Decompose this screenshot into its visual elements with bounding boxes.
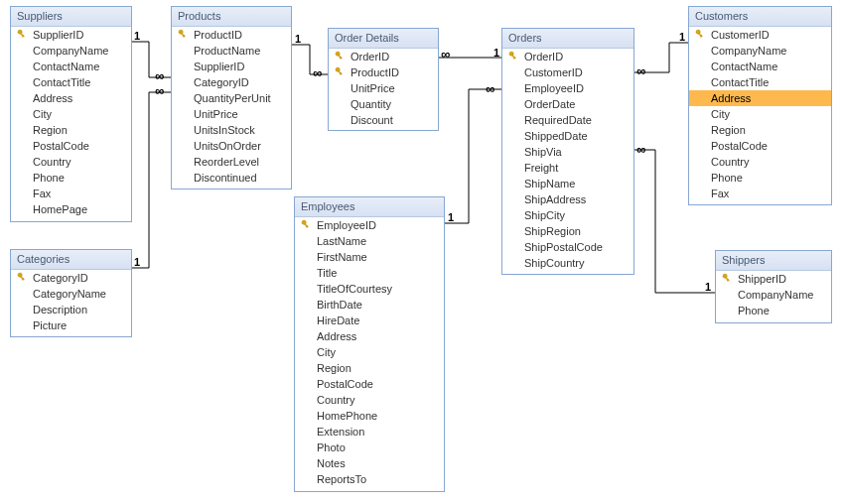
field-employeeid[interactable]: EmployeeID [502,80,633,96]
field-reportsto[interactable]: ReportsTo [295,471,444,487]
entity-shippers[interactable]: ShippersShipperIDCompanyNamePhone [715,250,832,323]
field-shipvia[interactable]: ShipVia [502,144,633,160]
entity-title[interactable]: Shippers [716,251,831,271]
field-categoryid[interactable]: CategoryID [11,270,131,286]
field-hiredate[interactable]: HireDate [295,313,444,328]
field-companyname[interactable]: CompanyName [716,287,831,303]
field-quantity[interactable]: Quantity [329,96,438,112]
field-city[interactable]: City [295,344,444,360]
field-customerid[interactable]: CustomerID [502,64,633,80]
field-title[interactable]: Title [295,265,444,281]
field-orderdate[interactable]: OrderDate [502,96,633,112]
field-supplierid[interactable]: SupplierID [11,27,131,43]
field-label: City [33,108,52,120]
entity-title[interactable]: Suppliers [11,7,131,27]
entity-categories[interactable]: CategoriesCategoryIDCategoryNameDescript… [10,249,132,337]
field-photo[interactable]: Photo [295,440,444,455]
field-country[interactable]: Country [11,154,131,170]
field-extension[interactable]: Extension [295,424,444,440]
field-reorderlevel[interactable]: ReorderLevel [172,154,291,170]
field-postalcode[interactable]: PostalCode [295,376,444,392]
entity-title[interactable]: Orders [502,29,633,49]
field-orderid[interactable]: OrderID [329,49,438,64]
field-fax[interactable]: Fax [689,186,831,201]
field-postalcode[interactable]: PostalCode [689,138,831,154]
field-region[interactable]: Region [295,360,444,376]
entity-title[interactable]: Categories [11,250,131,270]
field-contactname[interactable]: ContactName [689,59,831,74]
field-address[interactable]: Address [295,328,444,344]
field-employeeid[interactable]: EmployeeID [295,217,444,233]
field-shipcity[interactable]: ShipCity [502,207,633,223]
field-requireddate[interactable]: RequiredDate [502,112,633,128]
field-country[interactable]: Country [295,392,444,408]
field-country[interactable]: Country [689,154,831,170]
field-unitsinstock[interactable]: UnitsInStock [172,122,291,138]
entity-suppliers[interactable]: SuppliersSupplierIDCompanyNameContactNam… [10,6,132,222]
entity-title[interactable]: Employees [295,197,444,217]
entity-title[interactable]: Products [172,7,291,27]
field-notes[interactable]: Notes [295,455,444,471]
field-firstname[interactable]: FirstName [295,249,444,265]
field-city[interactable]: City [689,106,831,122]
field-supplierid[interactable]: SupplierID [172,59,291,74]
field-shippeddate[interactable]: ShippedDate [502,128,633,144]
entity-title[interactable]: Order Details [329,29,438,49]
field-label: Fax [711,188,729,199]
field-shipaddress[interactable]: ShipAddress [502,191,633,207]
field-lastname[interactable]: LastName [295,233,444,249]
field-label: UnitPrice [351,82,395,94]
field-productid[interactable]: ProductID [172,27,291,43]
field-contacttitle[interactable]: ContactTitle [11,74,131,90]
field-discontinued[interactable]: Discontinued [172,170,291,186]
field-region[interactable]: Region [689,122,831,138]
field-companyname[interactable]: CompanyName [689,43,831,59]
field-label: CompanyName [738,289,813,301]
field-phone[interactable]: Phone [11,170,131,186]
field-label: ShipAddress [524,193,586,205]
field-birthdate[interactable]: BirthDate [295,297,444,313]
field-discount[interactable]: Discount [329,112,438,128]
field-companyname[interactable]: CompanyName [11,43,131,59]
field-phone[interactable]: Phone [689,170,831,186]
field-label: Discount [351,114,393,126]
field-productname[interactable]: ProductName [172,43,291,59]
field-fax[interactable]: Fax [11,186,131,201]
field-productid[interactable]: ProductID [329,64,438,80]
field-freight[interactable]: Freight [502,160,633,176]
field-region[interactable]: Region [11,122,131,138]
field-homephone[interactable]: HomePhone [295,408,444,424]
entity-customers[interactable]: CustomersCustomerIDCompanyNameContactNam… [688,6,832,205]
field-shipregion[interactable]: ShipRegion [502,223,633,239]
field-contacttitle[interactable]: ContactTitle [689,74,831,90]
entity-title[interactable]: Customers [689,7,831,27]
entity-employees[interactable]: EmployeesEmployeeIDLastNameFirstNameTitl… [294,196,445,492]
field-picture[interactable]: Picture [11,317,131,333]
field-categoryid[interactable]: CategoryID [172,74,291,90]
field-shipcountry[interactable]: ShipCountry [502,255,633,271]
field-address[interactable]: Address [11,90,131,106]
entity-order_details[interactable]: Order DetailsOrderIDProductIDUnitPriceQu… [328,28,439,131]
field-unitsonorder[interactable]: UnitsOnOrder [172,138,291,154]
field-address[interactable]: Address [689,90,831,106]
field-titleofcourtesy[interactable]: TitleOfCourtesy [295,281,444,297]
field-contactname[interactable]: ContactName [11,59,131,74]
field-shipperid[interactable]: ShipperID [716,271,831,287]
field-orderid[interactable]: OrderID [502,49,633,64]
field-quantityperunit[interactable]: QuantityPerUnit [172,90,291,106]
field-description[interactable]: Description [11,302,131,317]
field-city[interactable]: City [11,106,131,122]
entity-orders[interactable]: OrdersOrderIDCustomerIDEmployeeIDOrderDa… [501,28,634,275]
field-phone[interactable]: Phone [716,303,831,318]
field-customerid[interactable]: CustomerID [689,27,831,43]
field-postalcode[interactable]: PostalCode [11,138,131,154]
field-shippostalcode[interactable]: ShipPostalCode [502,239,633,255]
entity-products[interactable]: ProductsProductIDProductNameSupplierIDCa… [171,6,292,189]
field-categoryname[interactable]: CategoryName [11,286,131,302]
field-shipname[interactable]: ShipName [502,176,633,191]
field-label: HireDate [317,315,359,326]
field-unitprice[interactable]: UnitPrice [329,80,438,96]
field-label: OrderID [351,51,389,63]
field-unitprice[interactable]: UnitPrice [172,106,291,122]
field-homepage[interactable]: HomePage [11,201,131,217]
